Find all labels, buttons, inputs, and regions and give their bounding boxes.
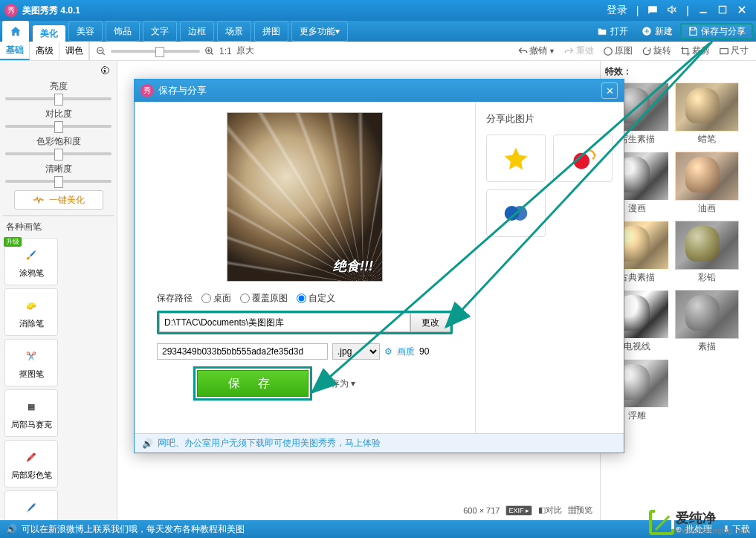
compare-button[interactable]: ◧对比 bbox=[538, 505, 562, 516]
tab-more[interactable]: 更多功能 ▾ bbox=[291, 21, 348, 42]
effect-素描[interactable]: 素描 bbox=[675, 290, 739, 353]
saveas-button[interactable]: 另存为 ▾ bbox=[322, 377, 355, 390]
watermark-icon bbox=[649, 510, 674, 535]
rotate-button[interactable]: 旋转 bbox=[639, 45, 674, 57]
canvas-dims: 600 × 717 bbox=[463, 506, 500, 515]
dialog-footer: 🔊 网吧、办公室用户无须下载即可使用美图秀秀，马上体验 bbox=[135, 433, 624, 453]
minimize-icon[interactable] bbox=[694, 4, 713, 17]
zoom-out-icon[interactable] bbox=[96, 46, 106, 56]
tab-collage[interactable]: 拼图 bbox=[254, 21, 288, 42]
svg-point-9 bbox=[592, 157, 595, 160]
crop-button[interactable]: 裁剪 bbox=[677, 45, 713, 57]
brush-抠图笔[interactable]: ✂️抠图笔 bbox=[4, 339, 58, 386]
tab-frame[interactable]: 边框 bbox=[180, 21, 214, 42]
brush-局部彩色笔[interactable]: 🖍️局部彩色笔 bbox=[4, 440, 58, 487]
save-button[interactable]: 保 存 bbox=[197, 370, 308, 397]
sharpness-label: 清晰度 bbox=[3, 163, 114, 175]
close-icon[interactable] bbox=[732, 4, 752, 17]
preview-text: 绝食!!! bbox=[333, 257, 373, 275]
app-name: 美图秀秀 bbox=[22, 5, 58, 16]
svg-rect-0 bbox=[700, 11, 706, 13]
app-logo: 秀 bbox=[4, 4, 18, 17]
panel-tab-advanced[interactable]: 高级 bbox=[30, 42, 59, 60]
zoom-slider[interactable] bbox=[111, 50, 200, 53]
saturation-slider[interactable] bbox=[5, 152, 112, 155]
open-button[interactable]: 打开 bbox=[591, 23, 634, 39]
app-version: 4.0.1 bbox=[60, 5, 80, 16]
share-weibo[interactable] bbox=[553, 134, 613, 182]
panel-help-icon[interactable]: 🛈 bbox=[3, 65, 114, 76]
watermark-sub: www.aichunjing.com bbox=[676, 527, 750, 535]
chevron-down-icon: ▾ bbox=[335, 26, 340, 36]
dialog-footer-msg[interactable]: 网吧、办公室用户无须下载即可使用美图秀秀，马上体验 bbox=[158, 437, 381, 450]
effect-label: 写生素描 bbox=[619, 133, 655, 146]
zoom-in-icon[interactable] bbox=[204, 46, 215, 56]
panel-tab-tone[interactable]: 调色 bbox=[59, 42, 89, 60]
tab-beautify[interactable]: 美化 bbox=[33, 25, 65, 42]
divider: | bbox=[682, 4, 694, 16]
dialog-close-button[interactable]: ✕ bbox=[601, 82, 618, 99]
tab-beauty[interactable]: 美容 bbox=[68, 21, 103, 42]
original-button[interactable]: 原图 bbox=[600, 45, 636, 57]
size-button[interactable]: 尺寸 bbox=[716, 45, 752, 57]
brightness-label: 亮度 bbox=[3, 80, 114, 93]
brush-涂鸦笔[interactable]: 升级🖌️涂鸦笔 bbox=[4, 238, 58, 285]
brush-icon: 🖌️ bbox=[21, 245, 42, 266]
maximize-icon[interactable] bbox=[713, 4, 732, 17]
share-qzone[interactable] bbox=[486, 134, 546, 182]
preview-button[interactable]: ▦预览 bbox=[568, 505, 592, 516]
onekey-label: 一键美化 bbox=[49, 194, 85, 207]
brush-icon: 🖍️ bbox=[21, 447, 42, 468]
radio-desktop[interactable]: 桌面 bbox=[201, 292, 231, 305]
brush-icon: ▦ bbox=[21, 397, 42, 418]
dialog-preview: 绝食!!! bbox=[227, 112, 383, 282]
new-button[interactable]: 新建 bbox=[636, 23, 679, 39]
brush-label: 抠图笔 bbox=[19, 369, 44, 380]
panel-tab-basic[interactable]: 基础 bbox=[0, 42, 30, 60]
brush-icon: ✂️ bbox=[21, 346, 42, 367]
brush-局部马赛克[interactable]: ▦局部马赛克 bbox=[4, 389, 58, 437]
exif-badge[interactable]: EXIF ▸ bbox=[505, 505, 532, 516]
share-renren[interactable] bbox=[486, 189, 546, 237]
svg-marker-7 bbox=[505, 148, 528, 170]
home-button[interactable] bbox=[2, 21, 29, 42]
speaker-icon: 🔊 bbox=[6, 524, 17, 534]
onekey-beautify-button[interactable]: 一键美化 bbox=[14, 190, 103, 210]
path-label: 保存路径 bbox=[157, 292, 193, 305]
message-icon[interactable] bbox=[643, 4, 662, 17]
brightness-slider[interactable] bbox=[5, 97, 112, 100]
effect-label: 油画 bbox=[698, 202, 716, 215]
radio-overwrite[interactable]: 覆盖原图 bbox=[240, 292, 288, 305]
change-path-button[interactable]: 更改 bbox=[410, 313, 450, 332]
effect-label: 电视线 bbox=[624, 340, 650, 353]
bottombar-msg[interactable]: 可以在新浪微博上联系我们哦，每天发布各种教程和美图 bbox=[22, 523, 245, 536]
effect-蜡笔[interactable]: 蜡笔 bbox=[675, 82, 739, 146]
brush-icon: 🖊️ bbox=[21, 498, 42, 519]
save-share-button[interactable]: 保存与分享 bbox=[680, 23, 753, 39]
contrast-slider[interactable] bbox=[5, 125, 112, 128]
dialog-titlebar: 秀 保存与分享 ✕ bbox=[135, 80, 624, 102]
sharpness-slider[interactable] bbox=[5, 180, 112, 183]
login-link[interactable]: 登录 bbox=[602, 4, 632, 17]
radio-custom[interactable]: 自定义 bbox=[297, 292, 335, 305]
brush-icon: 🧽 bbox=[21, 296, 42, 317]
effect-油画[interactable]: 油画 bbox=[675, 152, 739, 215]
brush-局部变色笔[interactable]: 🖊️局部变色笔 bbox=[4, 490, 58, 520]
path-input[interactable] bbox=[159, 313, 410, 332]
brushes-title: 各种画笔 bbox=[3, 219, 114, 235]
brush-消除笔[interactable]: 🧽消除笔 bbox=[4, 288, 58, 336]
gear-icon[interactable]: ⚙ bbox=[384, 346, 392, 357]
tab-stickers[interactable]: 饰品 bbox=[106, 21, 140, 42]
tab-text[interactable]: 文字 bbox=[143, 21, 177, 42]
chevron-down-icon: ▼ bbox=[549, 48, 555, 55]
effect-彩铅[interactable]: 彩铅 bbox=[675, 221, 739, 284]
zoom-origsize[interactable]: 原大 bbox=[236, 45, 254, 57]
effect-label: 蜡笔 bbox=[698, 133, 716, 146]
undo-button[interactable]: 撤销▼ bbox=[514, 45, 558, 57]
ext-select[interactable]: .jpg bbox=[332, 343, 380, 360]
mute-icon[interactable] bbox=[662, 4, 682, 17]
effect-label: 古典素描 bbox=[619, 271, 655, 284]
tab-scene[interactable]: 场景 bbox=[217, 21, 251, 42]
svg-point-5 bbox=[604, 47, 613, 55]
filename-input[interactable] bbox=[157, 343, 328, 360]
